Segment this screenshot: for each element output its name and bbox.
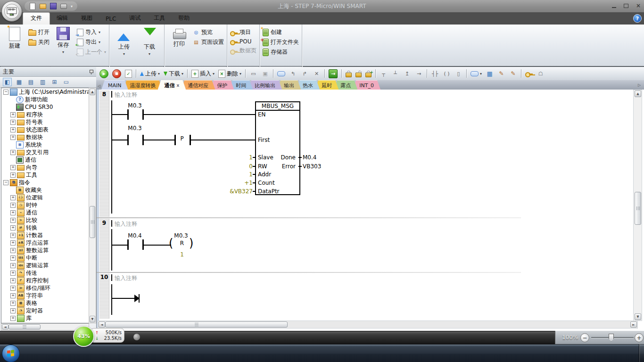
tree-hscroll-thumb[interactable] xyxy=(8,324,41,329)
goto-icon[interactable]: → xyxy=(327,68,339,79)
页面设置-button[interactable]: ▤页面设置 xyxy=(193,38,224,46)
menu-tab-plc[interactable]: PLC xyxy=(99,14,123,25)
dropdown-caret-icon[interactable]: ▾ xyxy=(104,50,106,54)
bookmark-icon[interactable] xyxy=(276,68,287,79)
minimize-button[interactable] xyxy=(611,3,617,8)
insert-branch-down-icon[interactable]: ┬ xyxy=(378,68,389,79)
tree-item-指令[interactable]: −⧉指令 xyxy=(1,179,89,186)
cascade-pou-window-icon[interactable]: ▣ xyxy=(260,68,271,79)
menu-tab-工具[interactable]: 工具 xyxy=(147,12,172,25)
tree-scroll-up-icon[interactable]: ▲ xyxy=(90,89,95,95)
editor-vscroll-thumb[interactable] xyxy=(635,192,641,225)
editor-hscroll-thumb[interactable] xyxy=(105,321,288,328)
tree-expander-icon[interactable]: + xyxy=(10,135,16,140)
新建-button[interactable]: 新建 xyxy=(3,25,26,50)
pou-tab-通信对应[interactable]: 通信对应 xyxy=(181,80,215,90)
数据页-button[interactable]: 数据页 xyxy=(230,47,256,55)
editor-scroll-left-icon[interactable]: ◄ xyxy=(99,321,105,328)
tree-item-转换[interactable]: +⇄转换 xyxy=(1,224,89,231)
pin-icon[interactable] xyxy=(89,69,93,74)
上传-button[interactable]: 上传▾ xyxy=(112,25,136,56)
menu-tab-文件[interactable]: 文件 xyxy=(23,12,50,25)
tree-expander-icon[interactable]: + xyxy=(10,112,16,117)
zoom-out-button[interactable]: − xyxy=(580,333,589,342)
menu-tab-视图[interactable]: 视图 xyxy=(74,12,99,25)
tree-item-交叉引用[interactable]: +交叉引用 xyxy=(1,148,89,156)
tree-item-浮点运算[interactable]: +±R浮点运算 xyxy=(1,239,89,247)
editor-vscrollbar[interactable]: ▲ ▼ xyxy=(633,90,642,321)
pou-tab-通信[interactable]: 通信x xyxy=(158,80,186,90)
tree-expander-icon[interactable]: + xyxy=(10,225,16,230)
editor-scroll-up-icon[interactable]: ▲ xyxy=(635,90,641,97)
tree-item-上海-c-users-administrator-[interactable]: −上海 (C:\Users\Administrator. xyxy=(1,88,89,96)
symbol-view-icon[interactable]: ▦ xyxy=(15,78,24,86)
导出-button[interactable]: 导出▾ xyxy=(77,38,106,46)
upload-button[interactable]: 上传▾ xyxy=(139,68,161,79)
tree-item-cpu-sr30[interactable]: CPU SR30 xyxy=(1,103,89,111)
tree-item-通信[interactable]: 通信 xyxy=(1,156,89,164)
tree-item-通信[interactable]: +⌁通信 xyxy=(1,209,89,216)
lock-add-icon[interactable] xyxy=(364,68,373,79)
tree-item-比较[interactable]: +>比较 xyxy=(1,216,89,224)
tree-expander-icon[interactable]: − xyxy=(3,180,8,185)
open-pou-window-icon[interactable]: ▭ xyxy=(248,68,259,79)
存储器-button[interactable]: 存储器 xyxy=(263,48,299,56)
tree-item-计数器[interactable]: ++1计数器 xyxy=(1,231,89,239)
打开文件夹-button[interactable]: 打开文件夹 xyxy=(263,38,299,46)
tree-item-新增功能[interactable]: ?新增功能 xyxy=(1,96,89,103)
tree-item-库[interactable]: +库 xyxy=(1,314,89,322)
clear-bookmark-icon[interactable]: ✕ xyxy=(311,68,322,79)
tree-item-时钟[interactable]: +◷时钟 xyxy=(1,201,89,209)
tree-item-程序控制[interactable]: +↱程序控制 xyxy=(1,277,89,284)
insert-button[interactable]: +插入▾ xyxy=(190,68,216,79)
dropdown-caret-icon[interactable]: ▾ xyxy=(123,52,125,56)
tree-vscroll-thumb[interactable] xyxy=(90,206,95,238)
coil-operand[interactable]: M0.3 xyxy=(170,232,192,239)
ladder-editor[interactable]: 8 输入注释 M0.3 M0.3 P MBUS_MSG EN First Sla… xyxy=(97,90,644,331)
tree-item-传送[interactable]: +↷传送 xyxy=(1,269,89,277)
zoom-slider-thumb[interactable] xyxy=(609,334,614,342)
tree-expander-icon[interactable]: + xyxy=(10,233,16,238)
net-speed-widget[interactable]: ↑500K/s ↓23.5K/s xyxy=(90,328,124,343)
restore-button[interactable] xyxy=(623,3,629,8)
contact-operand[interactable]: M0.3 xyxy=(125,102,144,109)
contact-operand[interactable]: M0.3 xyxy=(125,125,144,132)
insert-horizontal-icon[interactable]: → xyxy=(413,68,424,79)
tree-item-位逻辑[interactable]: +┤├位逻辑 xyxy=(1,194,89,201)
pou-view-icon[interactable]: ◧ xyxy=(3,78,12,86)
pou-button[interactable]: POU xyxy=(230,38,256,45)
dropdown-caret-icon[interactable]: ▾ xyxy=(99,30,100,34)
tree-expander-icon[interactable]: + xyxy=(10,165,16,170)
tree-item-工具[interactable]: +工具 xyxy=(1,171,89,179)
compile-button[interactable]: ✓ xyxy=(124,68,133,79)
pou-tab-温湿度转换[interactable]: 温湿度转换 xyxy=(124,80,163,90)
editor-scroll-right-icon[interactable]: ► xyxy=(630,321,637,328)
tree-expander-icon[interactable]: + xyxy=(10,120,16,125)
tree-item-表格[interactable]: +▦表格 xyxy=(1,299,89,307)
tree-expander-icon[interactable]: + xyxy=(10,195,16,200)
pin-value[interactable]: 0 xyxy=(206,163,253,170)
editor-scroll-down-icon[interactable]: ▼ xyxy=(635,313,641,320)
dropdown-caret-icon[interactable]: ▾ xyxy=(99,40,100,44)
tree-item-状态图表[interactable]: +状态图表 xyxy=(1,126,89,133)
tree-expander-icon[interactable]: + xyxy=(10,127,16,132)
tree-item-收藏夹[interactable]: ▦收藏夹 xyxy=(1,186,89,194)
net-meter-orb[interactable]: 43% xyxy=(73,326,94,347)
close-tab-icon[interactable]: x xyxy=(177,83,180,88)
tree-scroll-down-icon[interactable]: ▼ xyxy=(90,316,95,322)
addressing-icon[interactable]: ▾ xyxy=(469,68,483,79)
创建-button[interactable]: 创建 xyxy=(263,28,299,36)
protect-pou-icon[interactable]: ☖ xyxy=(535,68,546,79)
tree-item-数据块[interactable]: +数据块 xyxy=(1,133,89,141)
insert-contact-icon[interactable]: ┤├ xyxy=(429,68,440,79)
打印-button[interactable]: 打印 xyxy=(167,25,191,48)
pin-value[interactable]: &VB327 xyxy=(206,188,253,195)
tree-expander-icon[interactable]: + xyxy=(10,150,16,155)
tree-item-符号表[interactable]: +符号表 xyxy=(1,118,89,126)
unlock-icon[interactable] xyxy=(354,68,363,79)
zoom-in-button[interactable]: + xyxy=(635,333,644,342)
show-desktop-button[interactable] xyxy=(639,344,644,362)
tree-expander-icon[interactable]: + xyxy=(10,173,16,178)
预览-button[interactable]: ◎预览 xyxy=(193,28,224,36)
comm-view-icon[interactable]: ▭ xyxy=(62,78,71,86)
